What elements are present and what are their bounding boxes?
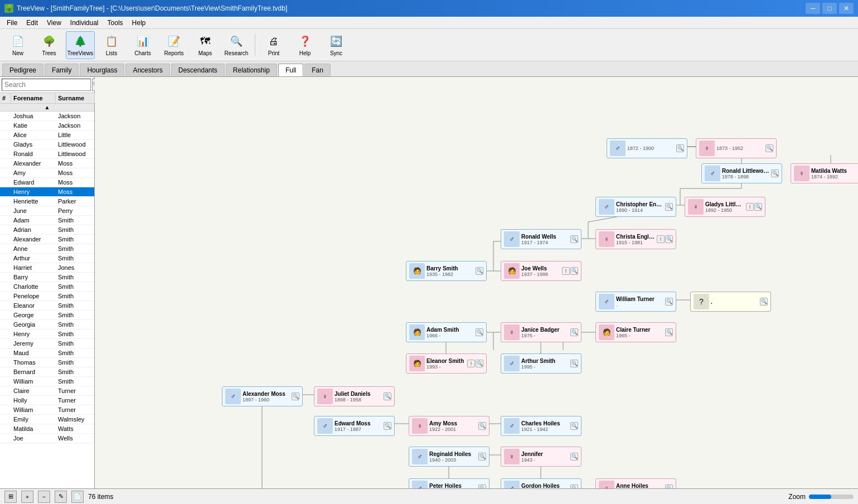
toolbar-new-button[interactable]: 📄 New: [3, 31, 32, 59]
status-btn-add[interactable]: +: [21, 491, 33, 503]
search-card-btn[interactable]: 🔍: [665, 235, 673, 243]
list-item[interactable]: William Smith: [0, 377, 94, 386]
search-card-btn[interactable]: 🔍: [384, 422, 391, 430]
status-btn-grid[interactable]: ⊞: [4, 491, 17, 503]
menu-file[interactable]: File: [2, 17, 22, 29]
search-card-btn[interactable]: 🔍: [760, 298, 768, 306]
list-item[interactable]: Henry Smith: [0, 329, 94, 339]
person-card-janice-badger[interactable]: ♀ Janice Badger 1975 - 🔍: [501, 322, 581, 342]
list-item[interactable]: Barry Smith: [0, 273, 94, 282]
search-card-btn[interactable]: 🔍: [676, 144, 684, 152]
search-card-btn[interactable]: 🔍: [476, 267, 483, 275]
search-card-btn[interactable]: 🔍: [765, 144, 773, 152]
list-item[interactable]: George Smith: [0, 311, 94, 320]
list-item[interactable]: Georgia Smith: [0, 320, 94, 329]
search-card-btn[interactable]: 🔍: [754, 203, 762, 211]
warning-btn[interactable]: !: [657, 235, 665, 243]
list-item[interactable]: Edward Moss: [0, 178, 94, 187]
search-card-btn[interactable]: 🔍: [570, 328, 578, 336]
person-card-anne-hoiles[interactable]: ♀ Anne Hoiles 1968 - 🔍: [595, 478, 676, 488]
list-item[interactable]: Katie Jackson: [0, 121, 94, 130]
list-item[interactable]: Bernard Smith: [0, 367, 94, 377]
search-card-btn[interactable]: 🔍: [476, 360, 483, 367]
tree-area[interactable]: ♂ Ronald Littlewood 1878 - 1898 🔍 ♀ Mati…: [95, 77, 858, 488]
tab-relationship[interactable]: Relationship: [226, 64, 277, 76]
search-card-btn[interactable]: 🔍: [478, 453, 486, 461]
search-card-btn[interactable]: 🔍: [476, 328, 483, 336]
person-card-gordon-hoiles[interactable]: ♂ Gordon Hoiles 1966 - 🔍: [501, 478, 581, 488]
person-card-edward-moss[interactable]: ♂ Edward Moss 1917 - 1987 🔍: [314, 416, 395, 436]
menu-help[interactable]: Help: [128, 17, 151, 29]
search-card-btn[interactable]: 🔍: [665, 203, 673, 211]
list-item[interactable]: Holly Turner: [0, 396, 94, 405]
menu-individual[interactable]: Individual: [66, 17, 103, 29]
tab-ancestors[interactable]: Ancestors: [125, 64, 169, 76]
list-item[interactable]: Harriet Jones: [0, 263, 94, 273]
person-card-anon1[interactable]: ♂ 1872 - 1900 🔍: [607, 138, 687, 158]
list-item[interactable]: Adam Smith: [0, 216, 94, 225]
person-card-barry-smith[interactable]: 🧑 Barry Smith 1935 - 1982 🔍: [406, 261, 487, 281]
list-item[interactable]: Adrian Smith: [0, 225, 94, 235]
status-btn-remove[interactable]: −: [38, 491, 50, 503]
search-card-btn[interactable]: 🔍: [771, 169, 779, 177]
tab-full[interactable]: Full: [278, 64, 303, 76]
person-card-joe-wells[interactable]: 🧑 Joe Wells 1937 - 1998 !🔍: [501, 261, 581, 281]
person-card-jennifer[interactable]: ♀ Jennifer 1943 - 🔍: [501, 447, 581, 467]
list-item[interactable]: Claire Turner: [0, 386, 94, 396]
list-item[interactable]: Charlotte Smith: [0, 282, 94, 292]
tab-family[interactable]: Family: [45, 64, 79, 76]
person-card-ronald-wells[interactable]: ♂ Ronald Wells 1917 - 1974 🔍: [501, 229, 581, 249]
search-card-btn[interactable]: 🔍: [570, 235, 578, 243]
search-card-btn[interactable]: 🔍: [478, 422, 486, 430]
toolbar-print-button[interactable]: 🖨 Print: [259, 31, 288, 59]
person-card-christopher-england[interactable]: ♂ Christopher England 1890 - 1914 🔍: [595, 197, 676, 217]
list-item[interactable]: Eleanor Smith: [0, 301, 94, 311]
toolbar-trees-button[interactable]: 🌳 Trees: [35, 31, 64, 59]
status-btn-edit[interactable]: ✎: [55, 491, 67, 503]
search-card-btn[interactable]: 🔍: [478, 484, 486, 488]
person-card-anon2[interactable]: ♀ 1873 - 1952 🔍: [696, 138, 777, 158]
list-item[interactable]: Joe Wells: [0, 434, 94, 443]
person-card-peter-hoiles[interactable]: ♂ Peter Hoiles 1963 - 🔍: [409, 478, 489, 488]
search-card-btn[interactable]: 🔍: [570, 360, 578, 367]
person-card-william-turner[interactable]: ♂ William Turner . 🔍: [595, 292, 676, 312]
toolbar-research-button[interactable]: 🔍 Research: [222, 31, 251, 59]
search-card-btn[interactable]: 🔍: [570, 484, 578, 488]
list-item[interactable]: Matilda Watts: [0, 424, 94, 434]
person-card-claire-turner[interactable]: 🧑 Claire Turner 1965 - 🔍: [595, 322, 676, 342]
zoom-bar[interactable]: [809, 495, 854, 499]
list-item[interactable]: Alexander Smith: [0, 235, 94, 244]
tab-pedigree[interactable]: Pedigree: [2, 64, 43, 76]
warning-btn[interactable]: !: [467, 360, 475, 367]
list-item[interactable]: Ronald Littlewood: [0, 149, 94, 159]
toolbar-sync-button[interactable]: 🔄 Sync: [322, 31, 351, 59]
toolbar-maps-button[interactable]: 🗺 Maps: [191, 31, 220, 59]
menu-tools[interactable]: Tools: [103, 17, 128, 29]
toolbar-treeviews-button[interactable]: 🌲 TreeViews: [66, 31, 95, 59]
person-card-charles-hoiles[interactable]: ♂ Charles Hoiles 1921 - 1942 🔍: [501, 416, 581, 436]
person-card-matilda-watts[interactable]: ♀ Matilda Watts 1874 - 1892 🔍: [791, 163, 858, 183]
list-item[interactable]: Maud Smith: [0, 348, 94, 358]
search-card-btn[interactable]: 🔍: [570, 422, 578, 430]
list-item[interactable]: Anne Smith: [0, 244, 94, 254]
list-item[interactable]: Emily Walmsley: [0, 415, 94, 424]
toolbar-lists-button[interactable]: 📋 Lists: [97, 31, 126, 59]
person-card-reginald-hoiles[interactable]: ♂ Reginald Hoiles 1940 - 2003 🔍: [409, 447, 489, 467]
person-card-arthur-smith[interactable]: ♂ Arthur Smith 1995 - 🔍: [501, 353, 581, 374]
list-item[interactable]: Thomas Smith: [0, 358, 94, 367]
list-item[interactable]: Gladys Littlewood: [0, 140, 94, 149]
search-card-btn[interactable]: 🔍: [665, 484, 673, 488]
search-card-btn[interactable]: 🔍: [570, 453, 578, 461]
person-card-amy-moss[interactable]: ♀ Amy Moss 1922 - 2001 🔍: [409, 416, 489, 436]
search-card-btn[interactable]: 🔍: [665, 328, 673, 336]
person-card-ronald-littlewood[interactable]: ♂ Ronald Littlewood 1878 - 1898 🔍: [701, 163, 782, 183]
tab-hourglass[interactable]: Hourglass: [80, 64, 124, 76]
search-card-btn[interactable]: 🔍: [665, 298, 673, 306]
list-item[interactable]: Arthur Smith: [0, 254, 94, 263]
warning-btn[interactable]: !: [562, 267, 570, 275]
person-card-adam-smith[interactable]: 🧑 Adam Smith 1966 - 🔍: [406, 322, 487, 342]
list-item[interactable]: Alexander Moss: [0, 159, 94, 168]
search-card-btn[interactable]: 🔍: [570, 267, 578, 275]
close-button[interactable]: ✕: [839, 3, 854, 14]
person-card-gladys-littlewood[interactable]: ♀ Gladys Littlewood 1892 - 1950 !🔍: [685, 197, 765, 217]
